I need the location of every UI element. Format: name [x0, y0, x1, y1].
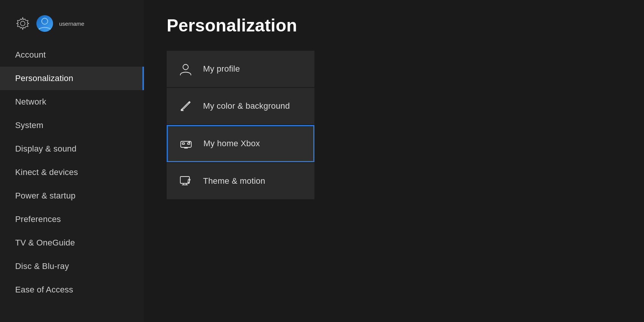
sidebar-item-display-sound[interactable]: Display & sound: [0, 137, 144, 161]
sidebar-header: username: [0, 11, 144, 43]
svg-rect-5: [182, 143, 184, 144]
sidebar: username Account Personalization Network…: [0, 0, 144, 322]
sidebar-nav: Account Personalization Network System D…: [0, 43, 144, 322]
sidebar-item-tv-oneguide[interactable]: TV & OneGuide: [0, 231, 144, 255]
sidebar-item-network[interactable]: Network: [0, 90, 144, 114]
menu-item-my-home-xbox[interactable]: My home Xbox: [167, 125, 314, 162]
sidebar-item-account[interactable]: Account: [0, 43, 144, 67]
main-content: Personalization My profile: [144, 0, 644, 322]
menu-item-theme-motion-label: Theme & motion: [203, 176, 265, 186]
sidebar-item-ease-of-access[interactable]: Ease of Access: [0, 278, 144, 302]
pencil-icon: [179, 99, 192, 113]
svg-point-0: [20, 21, 25, 26]
page-title: Personalization: [167, 15, 621, 36]
sidebar-item-personalization[interactable]: Personalization: [0, 67, 144, 90]
monitor-pencil-icon: [179, 174, 192, 188]
svg-point-7: [189, 142, 190, 143]
svg-rect-6: [188, 143, 190, 144]
sidebar-item-system[interactable]: System: [0, 114, 144, 137]
svg-point-2: [183, 64, 188, 70]
gear-icon: [15, 16, 30, 31]
console-icon: [179, 137, 193, 150]
sidebar-username: username: [59, 20, 129, 27]
sidebar-item-preferences[interactable]: Preferences: [0, 208, 144, 231]
menu-item-theme-motion[interactable]: Theme & motion: [167, 163, 314, 199]
person-icon: [179, 62, 192, 76]
menu-item-my-profile-label: My profile: [203, 64, 240, 74]
sidebar-item-disc-bluray[interactable]: Disc & Blu-ray: [0, 255, 144, 278]
menu-item-my-home-xbox-label: My home Xbox: [203, 139, 260, 148]
sidebar-item-kinect-devices[interactable]: Kinect & devices: [0, 161, 144, 184]
svg-point-1: [42, 18, 48, 24]
menu-item-my-profile[interactable]: My profile: [167, 51, 314, 87]
menu-item-my-color-background[interactable]: My color & background: [167, 88, 314, 124]
sidebar-item-power-startup[interactable]: Power & startup: [0, 184, 144, 208]
menu-item-my-color-background-label: My color & background: [203, 101, 290, 111]
avatar: [36, 15, 53, 32]
personalization-menu-list: My profile My color & background: [167, 51, 314, 199]
